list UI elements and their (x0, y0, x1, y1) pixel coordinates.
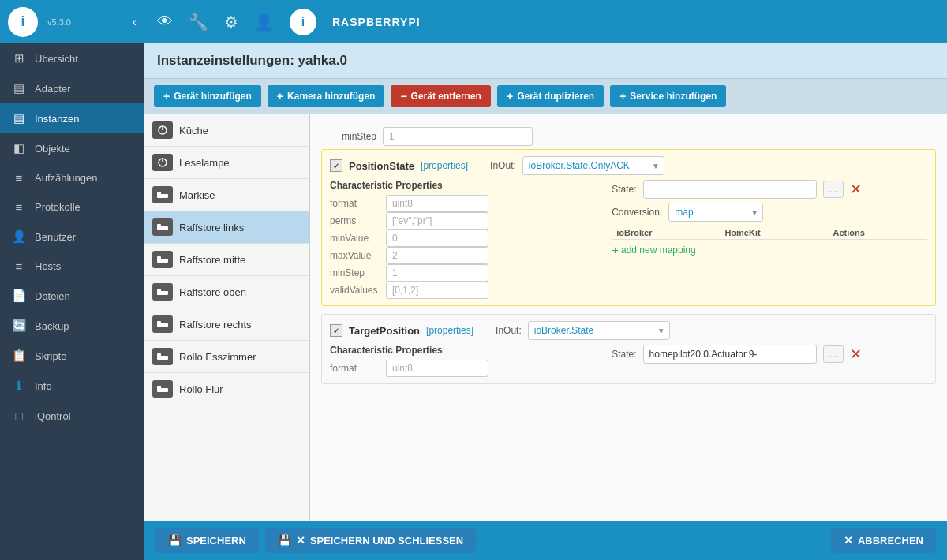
add-device-button[interactable]: + Gerät hinzufügen (154, 85, 261, 107)
grid-icon: ⊞ (11, 51, 27, 65)
device-item-markise[interactable]: Markise (144, 179, 309, 211)
conversion-select[interactable]: map (668, 203, 763, 222)
device-item-rollo-flur[interactable]: Rollo Flur (144, 373, 309, 405)
sidebar-item-label: Aufzählungen (35, 172, 133, 184)
char-properties-right: State: ... ✕ Conversion: map (605, 180, 927, 299)
target-state-row: State: ... ✕ (612, 345, 927, 364)
eye-icon[interactable]: 👁 (157, 13, 173, 31)
sidebar-nav: ⊞ Übersicht ▤ Adapter ▤ Instanzen ◧ Obje… (0, 43, 144, 560)
maxvalue-input[interactable] (386, 247, 488, 264)
device-item-raffstore-links[interactable]: Raffstore links (144, 211, 309, 244)
sidebar-item-label: Protokolle (35, 201, 133, 213)
target-format-label: format (330, 363, 381, 374)
skripte-icon: 📋 (11, 349, 27, 363)
cancel-label: ABBRECHEN (858, 535, 923, 547)
remove-device-button[interactable]: − Gerät entfernen (391, 85, 491, 107)
page-area: Instanzeinstellungen: yahka.0 + Gerät hi… (144, 43, 947, 560)
position-state-checkbox[interactable]: ✓ (330, 159, 342, 172)
svg-rect-13 (157, 321, 161, 324)
wrench-icon[interactable]: 🔧 (189, 13, 208, 32)
cancel-button[interactable]: ✕ ABBRECHEN (831, 528, 936, 553)
sidebar-item-skripte[interactable]: 📋 Skripte (0, 341, 144, 371)
target-state-more-button[interactable]: ... (823, 345, 844, 363)
sidebar-item-dateien[interactable]: 📄 Dateien (0, 281, 144, 311)
target-format-input[interactable] (386, 360, 488, 377)
target-position-section: ✓ TargetPosition [properties] InOut: ioB… (321, 314, 936, 384)
target-state-input[interactable] (643, 345, 817, 364)
target-inout-select[interactable]: ioBroker.State (528, 321, 670, 340)
cancel-icon: ✕ (844, 534, 853, 547)
person-icon[interactable]: 👤 (254, 13, 274, 32)
sidebar-item-adapter[interactable]: ▤ Adapter (0, 73, 144, 103)
plus-icon: + (277, 90, 283, 103)
device-label: Küche (179, 125, 208, 136)
target-position-checkbox[interactable]: ✓ (330, 324, 342, 337)
state-more-button[interactable]: ... (823, 181, 844, 198)
sidebar: i v5.3.0 ‹ ⊞ Übersicht ▤ Adapter ▤ Insta… (0, 0, 144, 560)
add-service-button[interactable]: + Service hinzufügen (610, 85, 726, 107)
bed-icon (152, 186, 173, 203)
sidebar-item-label: Skripte (35, 350, 133, 362)
sidebar-item-instanzen[interactable]: ▤ Instanzen (0, 103, 144, 133)
format-row: format (330, 195, 593, 212)
aufzahlungen-icon: ≡ (11, 171, 27, 185)
device-item-raffstore-mitte[interactable]: Raffstore mitte (144, 244, 309, 276)
app-logo: i (8, 7, 38, 37)
sidebar-item-objekte[interactable]: ◧ Objekte (0, 133, 144, 163)
validvalues-row: validValues (330, 282, 593, 299)
duplicate-device-button[interactable]: + Gerät duplizieren (497, 85, 604, 107)
state-delete-button[interactable]: ✕ (850, 182, 862, 196)
save-button[interactable]: 💾 SPEICHERN (155, 528, 259, 553)
svg-rect-7 (157, 224, 161, 227)
minstep-top-input[interactable] (383, 127, 533, 146)
device-item-rollo-esszimmer[interactable]: Rollo Esszimmer (144, 341, 309, 373)
device-item-leselampe[interactable]: Leselampe (144, 147, 309, 179)
position-state-body: Characteristic Properties format perms m… (330, 180, 927, 299)
plus-icon: + (507, 90, 513, 103)
target-char-props-left: Characteristic Properties format (330, 345, 593, 377)
sidebar-item-ubersicht[interactable]: ⊞ Übersicht (0, 43, 144, 73)
state-input[interactable] (643, 180, 817, 199)
target-state-delete-button[interactable]: ✕ (850, 347, 862, 361)
add-mapping-button[interactable]: + add new mapping (612, 243, 927, 256)
sidebar-item-protokolle[interactable]: ≡ Protokolle (0, 192, 144, 222)
sidebar-collapse-button[interactable]: ‹ (133, 15, 137, 29)
protokolle-icon: ≡ (11, 200, 27, 214)
sidebar-item-info[interactable]: ℹ Info (0, 371, 144, 401)
topbar: 👁 🔧 ⚙ 👤 i RASPBERRYPI (144, 0, 947, 43)
perms-input[interactable] (386, 212, 488, 230)
sidebar-item-benutzer[interactable]: 👤 Benutzer (0, 222, 144, 252)
state-label: State: (612, 184, 636, 195)
state-row: State: ... ✕ (612, 180, 927, 199)
save-close-button[interactable]: 💾 ✕ SPEICHERN UND SCHLIESSEN (265, 528, 476, 553)
svg-rect-9 (157, 256, 161, 259)
save-close-icon: 💾 (278, 534, 291, 547)
inout-select[interactable]: ioBroker.State.OnlyACK (522, 156, 664, 175)
device-item-raffstore-oben[interactable]: Raffstore oben (144, 276, 309, 308)
bed-icon (152, 218, 173, 236)
sidebar-item-label: Instanzen (35, 113, 133, 125)
sidebar-item-aufzahlungen[interactable]: ≡ Aufzählungen (0, 163, 144, 192)
page-title: Instanzeinstellungen: yahka.0 (144, 43, 947, 79)
device-label: Raffstore oben (179, 286, 246, 298)
minvalue-input[interactable] (386, 230, 488, 247)
device-item-raffstore-rechts[interactable]: Raffstore rechts (144, 308, 309, 341)
gear-icon[interactable]: ⚙ (224, 13, 238, 32)
bed-icon (152, 251, 173, 268)
target-position-props-link[interactable]: [properties] (426, 325, 474, 336)
validvalues-input[interactable] (386, 282, 488, 299)
target-position-name: TargetPosition (349, 325, 420, 337)
device-item-kuche[interactable]: Küche (144, 114, 309, 147)
position-state-props-link[interactable]: [properties] (421, 160, 468, 171)
info-icon: ℹ (11, 379, 27, 393)
sidebar-item-hosts[interactable]: ≡ Hosts (0, 252, 144, 281)
add-camera-button[interactable]: + Kamera hinzufügen (268, 85, 385, 107)
format-input[interactable] (386, 195, 488, 212)
main-area: 👁 🔧 ⚙ 👤 i RASPBERRYPI Instanzeinstellung… (144, 0, 947, 560)
minstep-label: minStep (330, 267, 381, 278)
bed-icon (152, 380, 173, 398)
sidebar-item-iqontrol[interactable]: ◻ iQontrol (0, 401, 144, 431)
minstep-input[interactable] (386, 264, 488, 282)
dateien-icon: 📄 (11, 289, 27, 303)
sidebar-item-backup[interactable]: 🔄 Backup (0, 311, 144, 341)
